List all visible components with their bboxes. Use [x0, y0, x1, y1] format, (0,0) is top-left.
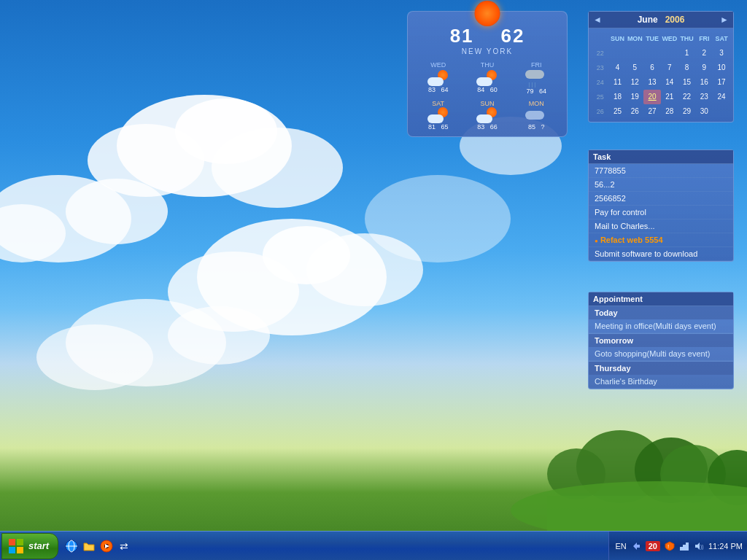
svg-rect-24	[17, 539, 23, 545]
cal-day-headers: SUN MON TUE WED THU FRI SAT	[592, 31, 730, 46]
calendar-widget[interactable]: ◄ June 2006 ► SUN MON TUE WED THU FRI SA…	[588, 11, 734, 122]
weather-day-sun: SUN 83 66	[462, 99, 511, 131]
svg-point-6	[66, 179, 168, 244]
svg-marker-39	[695, 542, 700, 550]
sun-temps: 83 66	[462, 123, 511, 131]
svg-text:⇄: ⇄	[120, 540, 128, 552]
svg-point-1	[88, 124, 204, 197]
mon-icon	[525, 107, 547, 123]
svg-rect-37	[683, 545, 686, 551]
svg-rect-23	[9, 539, 15, 545]
thu-icon	[476, 70, 498, 86]
task-item-7[interactable]: Submit software to download	[589, 247, 733, 261]
taskbar: start	[0, 531, 747, 560]
calendar-header: ◄ June 2006 ►	[589, 12, 733, 28]
svg-point-8	[168, 252, 299, 332]
systray-shield-icon[interactable]: !	[665, 541, 675, 551]
weather-sun-icon	[475, 1, 500, 26]
weather-low: 62	[500, 25, 525, 47]
weather-widget[interactable]: 81 62 NEW YORK WED 83 64 THU	[407, 11, 568, 137]
appt-item-3[interactable]: Charlie's Birthday	[589, 375, 733, 389]
sat-icon	[427, 107, 449, 123]
calendar-month: June	[638, 15, 658, 25]
sat-label: SAT	[414, 100, 462, 107]
weather-temps: 81 62	[450, 25, 525, 47]
cal-next-button[interactable]: ►	[720, 15, 729, 25]
taskbar-folder-icon[interactable]	[82, 539, 96, 553]
systray-network-icon[interactable]	[679, 541, 689, 551]
svg-rect-25	[9, 547, 15, 553]
task-item-5[interactable]: Mail to Charles...	[589, 219, 733, 233]
svg-marker-34	[633, 542, 640, 550]
appointment-header: Appointment	[589, 292, 733, 306]
sun-icon	[476, 107, 498, 123]
task-item-6[interactable]: ● Refact web 5554	[589, 233, 733, 247]
sat-temps: 81 65	[414, 123, 462, 131]
svg-point-5	[0, 204, 66, 262]
cal-week-23: 23 4 5 6 7 8 9 10	[592, 61, 730, 75]
appt-item-1[interactable]: Meeting in office(Multi days event)	[589, 319, 733, 333]
appt-section-today: Today	[589, 306, 733, 319]
svg-point-18	[547, 448, 605, 499]
taskbar-arrows-icon[interactable]: ⇄	[117, 539, 131, 553]
systray-back-icon[interactable]	[631, 541, 641, 551]
weather-day-mon: MON 85 ?	[512, 99, 561, 131]
appt-item-2[interactable]: Goto shopping(Multi days event)	[589, 347, 733, 361]
svg-point-12	[36, 324, 153, 390]
svg-rect-22	[547, 496, 747, 532]
desktop: 81 62 NEW YORK WED 83 64 THU	[0, 0, 747, 560]
start-label: start	[28, 540, 49, 551]
svg-point-14	[365, 175, 511, 262]
svg-rect-36	[680, 547, 683, 551]
cal-week-22: 22 1 2 3	[592, 46, 730, 61]
cal-week-24: 24 11 12 13 14 15 16 17	[592, 75, 730, 90]
weather-current: 81 62 NEW YORK	[414, 25, 561, 55]
systray: EN 20 !	[608, 532, 747, 560]
weather-day-wed: WED 83 64	[414, 61, 462, 95]
wed-label: WED	[414, 61, 462, 69]
task-item-3[interactable]: 2566852	[589, 192, 733, 206]
svg-point-16	[576, 430, 664, 503]
fri-label: FRI	[512, 61, 561, 69]
svg-point-10	[263, 226, 350, 284]
thu-label: THU	[462, 61, 511, 69]
mon-temps: 85 ?	[512, 123, 561, 131]
systray-time[interactable]: 11:24 PM	[708, 542, 743, 551]
task-widget[interactable]: Task 7778855 56...2 2566852 Pay for cont…	[588, 149, 734, 262]
systray-volume-icon[interactable]: ))))	[694, 541, 704, 551]
svg-point-19	[660, 445, 726, 503]
thu-temps: 84 60	[462, 86, 511, 93]
task-item-4[interactable]: Pay for control	[589, 206, 733, 219]
appt-section-thursday: Thursday	[589, 362, 733, 375]
cal-week-25: 25 18 19 20 21 22 23 24	[592, 90, 730, 104]
systray-language[interactable]: EN	[615, 542, 626, 551]
svg-point-11	[66, 299, 226, 386]
start-button[interactable]: start	[1, 533, 58, 559]
task-header: Task	[589, 150, 733, 164]
task-item-1[interactable]: 7778855	[589, 164, 733, 178]
systray-active-app[interactable]: 20	[646, 541, 660, 551]
svg-rect-26	[17, 547, 23, 553]
svg-point-2	[212, 128, 343, 208]
svg-point-7	[197, 219, 387, 335]
svg-text:)))): ))))	[700, 544, 704, 550]
appt-section-tomorrow: Tomorrow	[589, 334, 733, 347]
weather-forecast-row2: SAT 81 65 SUN 83 66 MON	[414, 99, 561, 131]
appointment-widget[interactable]: Appointment Today Meeting in office(Mult…	[588, 292, 734, 389]
taskbar-ie-icon[interactable]	[64, 539, 79, 553]
calendar-year: 2006	[665, 15, 685, 25]
cal-prev-button[interactable]: ◄	[593, 15, 602, 25]
fri-icon: |||	[525, 70, 547, 88]
svg-point-13	[168, 306, 270, 365]
mon-label: MON	[512, 100, 561, 107]
task-item-2[interactable]: 56...2	[589, 178, 733, 192]
svg-point-20	[708, 450, 747, 505]
svg-rect-38	[686, 542, 689, 551]
weather-day-thu: THU 84 60	[462, 61, 511, 95]
wed-temps: 83 64	[414, 86, 462, 93]
taskbar-media-icon[interactable]	[99, 539, 114, 553]
wed-icon	[427, 70, 449, 86]
sun-label: SUN	[462, 100, 511, 107]
taskbar-icons: ⇄	[64, 539, 131, 553]
svg-point-0	[117, 95, 292, 197]
